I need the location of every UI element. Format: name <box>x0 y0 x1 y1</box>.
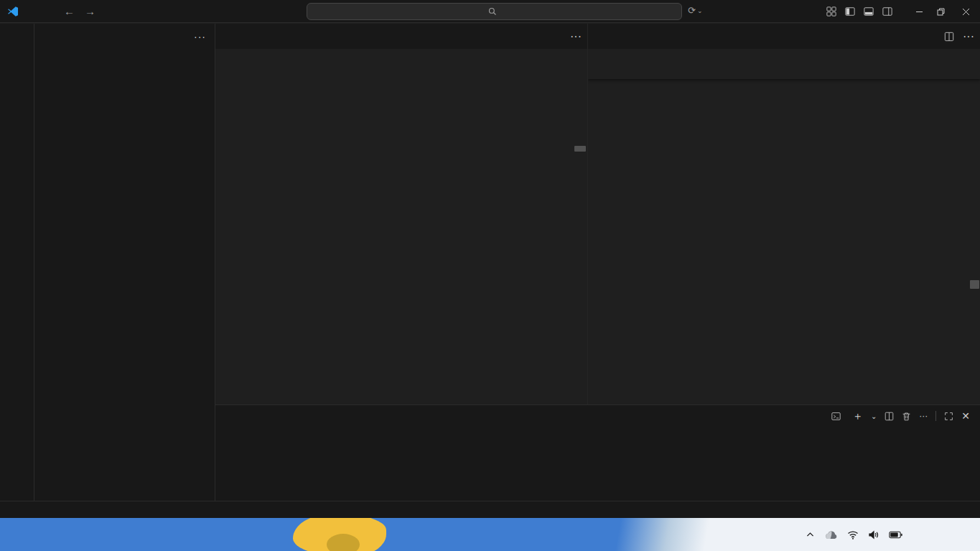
close-panel-icon[interactable]: ✕ <box>961 410 970 422</box>
toggle-secondary-sidebar-icon[interactable] <box>882 6 892 17</box>
terminal-dropdown-icon[interactable]: ⌄ <box>871 412 877 420</box>
panel: ＋ ⌄ ··· ✕ <box>215 404 980 501</box>
split-terminal-icon[interactable] <box>885 412 894 421</box>
tray-wifi-icon[interactable] <box>847 530 859 540</box>
scrollbar[interactable] <box>573 65 587 404</box>
terminal-icon <box>831 412 841 421</box>
wallpaper-figure-shadow <box>327 534 360 551</box>
title-bar: ← → ⟳⌄ <box>0 0 980 23</box>
terminal-output[interactable] <box>215 429 980 501</box>
minimap[interactable] <box>927 66 967 404</box>
breadcrumb <box>588 49 980 65</box>
windows-taskbar <box>0 518 980 551</box>
editor-group-right: ··· <box>587 24 980 404</box>
tab-more-actions-icon[interactable]: ··· <box>963 30 974 43</box>
scrollbar[interactable] <box>969 65 980 404</box>
code-editor-web-php[interactable] <box>215 65 587 404</box>
system-tray <box>806 518 902 551</box>
vscode-window: ← → ⟳⌄ ··· <box>0 0 980 551</box>
scrollbar-slider[interactable] <box>970 280 979 289</box>
minimap[interactable] <box>537 66 570 404</box>
toggle-sidebar-icon[interactable] <box>845 6 855 17</box>
vscode-logo <box>6 5 19 18</box>
tray-volume-icon[interactable] <box>868 530 879 540</box>
editor-group-left: ··· <box>215 24 587 404</box>
minimize-button[interactable] <box>908 0 930 23</box>
toggle-panel-icon[interactable] <box>864 6 874 17</box>
panel-more-actions-icon[interactable]: ··· <box>919 411 928 421</box>
tray-chevron-up-icon[interactable] <box>806 530 815 540</box>
maximize-panel-icon[interactable] <box>944 412 953 421</box>
restore-button[interactable] <box>930 0 951 23</box>
status-bar <box>0 501 980 518</box>
sync-button[interactable]: ⟳⌄ <box>688 5 702 16</box>
explorer-more-actions-icon[interactable]: ··· <box>194 31 206 42</box>
nav-forward-icon[interactable]: → <box>85 5 95 17</box>
new-terminal-icon[interactable]: ＋ <box>852 409 863 423</box>
close-window-button[interactable] <box>951 0 980 23</box>
command-center-search[interactable] <box>307 3 682 20</box>
tab-bar-left: ··· <box>215 24 587 49</box>
tray-battery-icon[interactable] <box>889 531 902 539</box>
search-icon <box>488 7 497 16</box>
tab-bar-right: ··· <box>588 24 980 49</box>
activity-bar <box>0 24 34 501</box>
customize-layout-icon[interactable] <box>826 6 836 17</box>
code-editor-checkout-controller[interactable] <box>588 65 980 404</box>
panel-header: ＋ ⌄ ··· ✕ <box>215 405 980 427</box>
tab-more-actions-icon[interactable]: ··· <box>570 30 582 43</box>
file-tree <box>34 50 215 470</box>
kill-terminal-icon[interactable] <box>902 412 911 421</box>
nav-back-icon[interactable]: ← <box>64 5 75 17</box>
split-editor-icon[interactable] <box>944 32 954 42</box>
breadcrumb <box>215 49 587 65</box>
explorer-sidebar: ··· <box>34 24 215 501</box>
sticky-scroll-line[interactable] <box>588 65 980 79</box>
scrollbar-slider[interactable] <box>574 146 586 152</box>
terminal-instance-label[interactable] <box>831 412 844 421</box>
tray-onedrive-icon[interactable] <box>824 530 838 540</box>
